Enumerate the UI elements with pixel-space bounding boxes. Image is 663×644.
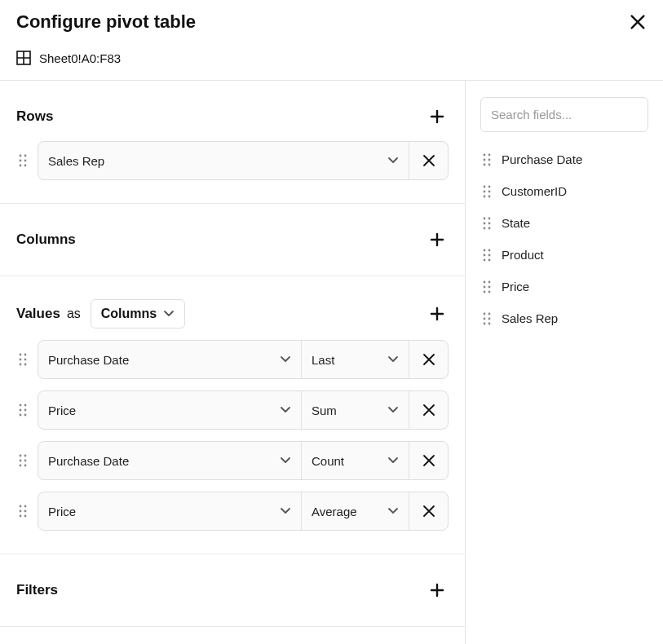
value-field-select[interactable]: Price — [38, 492, 301, 530]
remove-value-button[interactable] — [409, 492, 448, 530]
chevron-down-icon — [163, 308, 175, 320]
close-icon — [422, 505, 435, 518]
value-agg-select[interactable]: Sum — [301, 391, 409, 429]
remove-value-button[interactable] — [409, 391, 448, 429]
section-values: Values as Columns P — [0, 276, 465, 554]
plus-icon — [430, 583, 444, 598]
plus-icon — [430, 109, 444, 124]
search-fields-input[interactable] — [480, 97, 648, 132]
remove-value-button[interactable] — [409, 442, 448, 479]
drag-handle-icon — [480, 312, 493, 325]
chevron-down-icon — [280, 455, 291, 466]
chevron-down-icon — [280, 354, 291, 365]
value-field-label: Purchase Date — [48, 353, 129, 367]
row-field-label: Sales Rep — [48, 154, 104, 168]
value-agg-select[interactable]: Count — [301, 442, 409, 479]
drag-handle-icon — [480, 217, 493, 230]
value-agg-select[interactable]: Average — [301, 492, 409, 530]
available-field[interactable]: CustomerID — [480, 175, 648, 207]
value-agg-label: Sum — [312, 404, 337, 417]
close-icon — [422, 353, 435, 366]
available-field[interactable]: Sales Rep — [480, 302, 648, 334]
close-button[interactable] — [629, 13, 647, 31]
values-item: Purchase Date Last — [16, 340, 449, 379]
fields-sidebar: Purchase Date CustomerID State Product P… — [465, 81, 663, 644]
close-icon — [422, 154, 435, 167]
header: Configure pivot table Sheet0!A0:F83 — [0, 0, 663, 80]
dialog-title: Configure pivot table — [16, 11, 196, 33]
section-filters-title: Filters — [16, 582, 58, 598]
values-as-value: Columns — [101, 307, 157, 321]
drag-handle-icon — [480, 185, 493, 198]
drag-handle-icon[interactable] — [16, 505, 29, 518]
add-column-button[interactable] — [426, 228, 449, 251]
value-agg-select[interactable]: Last — [301, 341, 409, 378]
table-grid-icon — [16, 51, 31, 65]
drag-handle-icon[interactable] — [16, 353, 29, 366]
field-label: Price — [502, 280, 529, 293]
values-item: Purchase Date Count — [16, 441, 449, 480]
available-field[interactable]: State — [480, 207, 648, 239]
values-item: Price Average — [16, 492, 449, 531]
available-field[interactable]: Product — [480, 239, 648, 271]
section-rows: Rows Sales Rep — [0, 81, 465, 204]
field-label: CustomerID — [502, 184, 567, 198]
add-row-button[interactable] — [426, 105, 449, 128]
values-item: Price Sum — [16, 390, 449, 430]
value-field-label: Price — [48, 404, 76, 417]
value-field-select[interactable]: Purchase Date — [38, 341, 301, 378]
add-value-button[interactable] — [426, 302, 449, 325]
drag-handle-icon — [480, 280, 493, 293]
field-label: Sales Rep — [502, 311, 558, 325]
field-label: State — [502, 216, 530, 230]
close-icon — [422, 404, 435, 417]
section-columns-title: Columns — [16, 232, 76, 248]
drag-handle-icon[interactable] — [16, 154, 29, 167]
drag-handle-icon[interactable] — [16, 404, 29, 417]
value-agg-label: Last — [312, 353, 334, 367]
value-agg-label: Count — [312, 454, 344, 468]
available-field[interactable]: Price — [480, 271, 648, 302]
chevron-down-icon — [387, 155, 399, 166]
value-agg-label: Average — [312, 505, 357, 518]
remove-row-button[interactable] — [409, 142, 448, 179]
value-field-label: Purchase Date — [48, 454, 129, 468]
section-filters: Filters — [0, 554, 465, 627]
add-filter-button[interactable] — [426, 579, 449, 602]
plus-icon — [430, 232, 444, 247]
drag-handle-icon — [480, 153, 493, 166]
data-range-row: Sheet0!A0:F83 — [16, 51, 647, 65]
close-icon — [422, 454, 435, 467]
drag-handle-icon — [480, 249, 493, 262]
field-label: Product — [502, 248, 544, 262]
values-as-label: as — [67, 307, 81, 321]
chevron-down-icon — [387, 455, 399, 466]
value-field-select[interactable]: Purchase Date — [38, 442, 301, 479]
section-rows-title: Rows — [16, 108, 53, 125]
values-as-select[interactable]: Columns — [91, 299, 185, 329]
close-icon — [629, 13, 647, 31]
plus-icon — [430, 307, 444, 321]
chevron-down-icon — [280, 404, 291, 416]
pivot-config-panel: Configure pivot table Sheet0!A0:F83 Rows — [0, 0, 663, 644]
data-range-text: Sheet0!A0:F83 — [39, 51, 121, 65]
section-columns: Columns — [0, 204, 465, 276]
field-label: Purchase Date — [502, 152, 582, 166]
chevron-down-icon — [387, 354, 399, 365]
remove-value-button[interactable] — [409, 341, 448, 378]
rows-item: Sales Rep — [16, 141, 449, 180]
chevron-down-icon — [387, 505, 399, 517]
chevron-down-icon — [387, 404, 399, 416]
chevron-down-icon — [280, 505, 291, 517]
available-field[interactable]: Purchase Date — [480, 143, 648, 175]
section-values-title: Values — [16, 306, 60, 322]
value-field-select[interactable]: Price — [38, 391, 301, 429]
drag-handle-icon[interactable] — [16, 454, 29, 467]
config-column: Rows Sales Rep — [0, 81, 465, 644]
row-field-select[interactable]: Sales Rep — [38, 142, 409, 179]
value-field-label: Price — [48, 505, 76, 518]
